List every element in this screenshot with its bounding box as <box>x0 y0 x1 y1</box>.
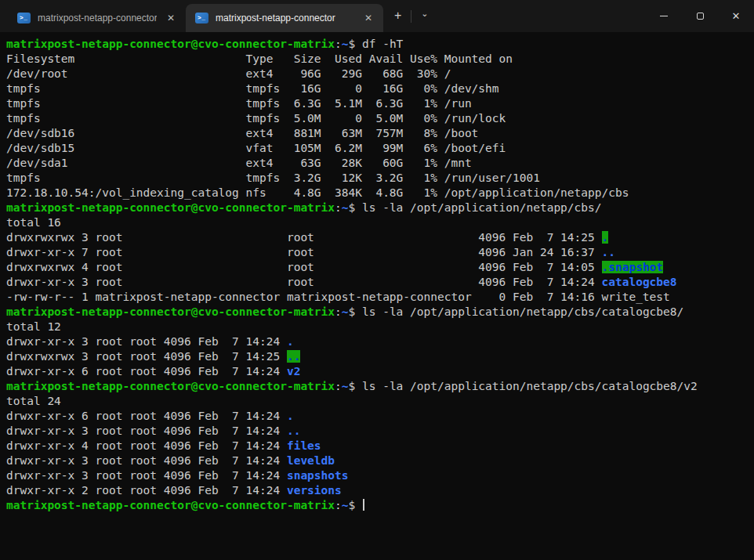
terminal-line: drwxr-xr-x 3 root root 4096 Feb 7 14:24 … <box>6 424 754 439</box>
titlebar[interactable]: >_ matrixpost-netapp-connector( ✕ >_ mat… <box>0 0 754 32</box>
chevron-down-icon[interactable]: ⌄ <box>411 9 439 23</box>
tab-close-icon[interactable]: ✕ <box>164 11 178 25</box>
terminal-line: matrixpost-netapp-connector@cvo-connecto… <box>6 37 754 52</box>
powershell-icon: >_ <box>195 13 208 23</box>
terminal-line: tmpfs tmpfs 3.2G 12K 3.2G 1% /run/user/1… <box>6 171 754 186</box>
terminal-line: /dev/sdb15 vfat 105M 6.2M 99M 6% /boot/e… <box>6 141 754 156</box>
terminal-line: drwxr-xr-x 2 root root 4096 Feb 7 14:24 … <box>6 483 754 498</box>
terminal-cursor <box>363 499 364 511</box>
terminal-line: drwxr-xr-x 6 root root 4096 Feb 7 14:24 … <box>6 409 754 424</box>
terminal-line: total 12 <box>6 320 754 334</box>
terminal-line: drwxr-xr-x 3 root root 4096 Feb 7 14:24 … <box>6 334 754 349</box>
titlebar-drag-area[interactable] <box>440 0 646 32</box>
terminal-content: matrixpost-netapp-connector@cvo-connecto… <box>6 37 754 513</box>
terminal-line: -rw-rw-r-- 1 matrixpost-netapp-connector… <box>6 290 754 305</box>
terminal-line: matrixpost-netapp-connector@cvo-connecto… <box>6 498 754 513</box>
terminal-window: >_ matrixpost-netapp-connector( ✕ >_ mat… <box>0 0 754 560</box>
maximize-icon <box>697 13 704 20</box>
terminal-line: total 24 <box>6 394 754 409</box>
window-controls: ✕ <box>646 0 754 32</box>
tabbar-actions: + ⌄ <box>383 0 440 32</box>
terminal-line: matrixpost-netapp-connector@cvo-connecto… <box>6 201 754 215</box>
close-button[interactable]: ✕ <box>718 0 754 32</box>
terminal-line: matrixpost-netapp-connector@cvo-connecto… <box>6 305 754 320</box>
terminal-line: /dev/sdb16 ext4 881M 63M 757M 8% /boot <box>6 126 754 141</box>
minimize-button[interactable] <box>646 0 682 32</box>
terminal-line: total 16 <box>6 215 754 230</box>
terminal-line: matrixpost-netapp-connector@cvo-connecto… <box>6 379 754 394</box>
tab-close-icon[interactable]: ✕ <box>361 11 375 25</box>
terminal-line: drwxr-xr-x 7 root root 4096 Jan 24 16:37… <box>6 245 754 260</box>
terminal-viewport[interactable]: matrixpost-netapp-connector@cvo-connecto… <box>0 32 754 560</box>
tab-title: matrixpost-netapp-connector <box>216 13 354 23</box>
tab-title: matrixpost-netapp-connector( <box>38 13 157 23</box>
terminal-line: /dev/sda1 ext4 63G 28K 60G 1% /mnt <box>6 156 754 171</box>
close-icon: ✕ <box>732 10 741 22</box>
terminal-line: drwxrwxrwx 4 root root 4096 Feb 7 14:05 … <box>6 260 754 275</box>
new-tab-button[interactable]: + <box>383 7 411 26</box>
terminal-line: tmpfs tmpfs 5.0M 0 5.0M 0% /run/lock <box>6 111 754 126</box>
maximize-button[interactable] <box>682 0 718 32</box>
terminal-line: /dev/root ext4 96G 29G 68G 30% / <box>6 67 754 81</box>
terminal-line: tmpfs tmpfs 6.3G 5.1M 6.3G 1% /run <box>6 96 754 111</box>
terminal-line: Filesystem Type Size Used Avail Use% Mou… <box>6 52 754 67</box>
tab-bar: >_ matrixpost-netapp-connector( ✕ >_ mat… <box>0 0 383 32</box>
terminal-line: drwxr-xr-x 3 root root 4096 Feb 7 14:24 … <box>6 468 754 483</box>
terminal-line: drwxr-xr-x 3 root root 4096 Feb 7 14:24 … <box>6 275 754 290</box>
terminal-line: drwxrwxrwx 3 root root 4096 Feb 7 14:25 … <box>6 349 754 364</box>
terminal-line: drwxrwxrwx 3 root root 4096 Feb 7 14:25 … <box>6 230 754 245</box>
tab-1[interactable]: >_ matrixpost-netapp-connector( ✕ <box>8 4 186 32</box>
terminal-line: drwxr-xr-x 4 root root 4096 Feb 7 14:24 … <box>6 439 754 453</box>
terminal-line: tmpfs tmpfs 16G 0 16G 0% /dev/shm <box>6 81 754 96</box>
minimize-icon <box>660 16 668 16</box>
powershell-icon: >_ <box>17 13 31 23</box>
tab-2[interactable]: >_ matrixpost-netapp-connector ✕ <box>186 4 383 32</box>
terminal-line: drwxr-xr-x 6 root root 4096 Feb 7 14:24 … <box>6 364 754 379</box>
terminal-line: 172.18.10.54:/vol_indexing_catalog nfs 4… <box>6 186 754 201</box>
terminal-line: drwxr-xr-x 3 root root 4096 Feb 7 14:24 … <box>6 453 754 468</box>
